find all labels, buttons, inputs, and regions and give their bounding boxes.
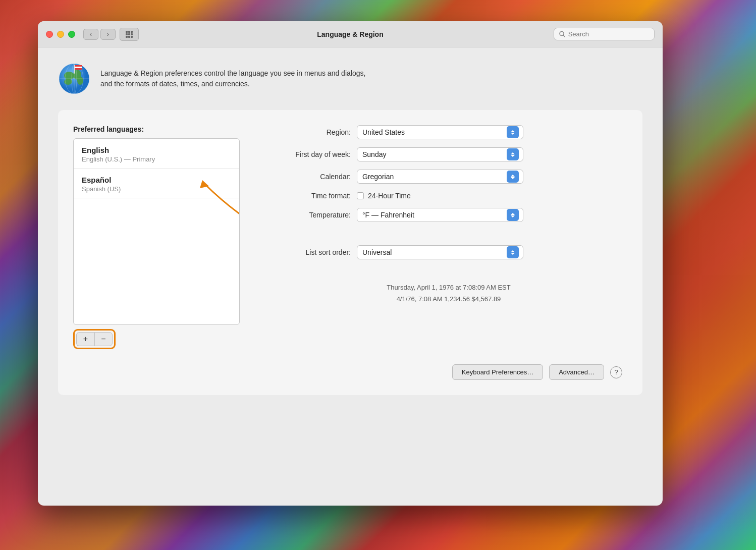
minimize-button[interactable] [57,31,64,38]
bottom-buttons: Keyboard Preferences… Advanced… ? [73,364,627,380]
list-sort-dropdown[interactable]: Universal [357,245,523,259]
svg-rect-2 [131,31,133,33]
first-day-value: Sunday [362,150,386,158]
svg-rect-7 [128,36,130,38]
settings-section: Region: United States First day of week: [270,125,627,305]
svg-point-15 [77,77,83,85]
svg-rect-4 [128,33,130,35]
region-row: Region: United States [270,125,627,139]
remove-language-button[interactable]: − [94,332,113,346]
preview-line1: Thursday, April 1, 1976 at 7:08:09 AM ES… [270,282,627,293]
language-sub-spanish: Spanish (US) [82,185,231,193]
calendar-control: Gregorian [357,170,627,184]
temperature-dropdown[interactable]: °F — Fahrenheit [357,208,523,222]
temperature-label: Temperature: [270,211,351,219]
nav-buttons: ‹ › [83,29,116,40]
temperature-value: °F — Fahrenheit [362,211,414,219]
add-language-button[interactable]: + [76,332,94,346]
time-format-row: Time format: 24-Hour Time [270,192,627,200]
globe-icon [58,63,90,95]
svg-rect-24 [75,67,82,68]
temperature-row: Temperature: °F — Fahrenheit [270,208,627,222]
close-button[interactable] [46,31,53,38]
temperature-dropdown-arrow [507,209,519,221]
forward-button[interactable]: › [100,29,116,40]
calendar-label: Calendar: [270,173,351,181]
svg-line-10 [563,35,565,37]
preferred-label: Preferred languages: [73,125,240,133]
time-format-control: 24-Hour Time [357,192,627,200]
language-item-spanish[interactable]: Español Spanish (US) [74,169,239,198]
keyboard-preferences-button[interactable]: Keyboard Preferences… [452,364,543,380]
first-day-label: First day of week: [270,150,351,158]
window-title: Language & Region [317,30,383,38]
time-format-label: Time format: [270,192,351,200]
maximize-button[interactable] [68,31,75,38]
calendar-dropdown[interactable]: Gregorian [357,170,523,184]
svg-rect-3 [126,33,128,35]
language-section: Preferred languages: English English (U.… [73,125,240,349]
titlebar: ‹ › Language & Region [38,21,663,47]
first-day-row: First day of week: Sunday [270,147,627,161]
search-bar[interactable] [554,28,655,40]
first-day-dropdown[interactable]: Sunday [357,147,523,161]
svg-rect-0 [126,31,128,33]
list-sort-value: Universal [362,248,392,256]
description-text: Language & Region preferences control th… [100,68,365,89]
svg-rect-8 [131,36,133,38]
preview-section: Thursday, April 1, 1976 at 7:08:09 AM ES… [270,282,627,305]
advanced-button[interactable]: Advanced… [549,364,604,380]
svg-rect-25 [75,68,82,70]
svg-rect-5 [131,33,133,35]
window: ‹ › Language & Region [38,21,663,506]
calendar-value: Gregorian [362,173,394,181]
language-item-english[interactable]: English English (U.S.) — Primary [74,139,239,169]
svg-rect-23 [75,65,82,67]
first-day-dropdown-arrow [507,148,519,160]
region-dropdown[interactable]: United States [357,125,523,139]
grid-button[interactable] [120,28,139,41]
list-sort-dropdown-arrow [507,246,519,258]
list-sort-label: List sort order: [270,248,351,256]
language-sub-english: English (U.S.) — Primary [82,155,231,163]
time-format-checkbox-label: 24-Hour Time [368,192,411,200]
time-format-checkbox[interactable] [357,192,364,199]
region-control: United States [357,125,627,139]
region-value: United States [362,128,405,136]
preview-line2: 4/1/76, 7:08 AM 1,234.56 $4,567.89 [270,293,627,305]
list-sort-row: List sort order: Universal [270,245,627,259]
region-label: Region: [270,128,351,136]
time-format-checkbox-row: 24-Hour Time [357,192,627,200]
svg-rect-21 [74,65,75,74]
search-icon [559,31,565,37]
header-section: Language & Region preferences control th… [58,63,642,95]
help-button[interactable]: ? [610,366,622,378]
content-area: Language & Region preferences control th… [38,47,663,506]
calendar-row: Calendar: Gregorian [270,170,627,184]
svg-rect-1 [128,31,130,33]
temperature-control: °F — Fahrenheit [357,208,627,222]
traffic-lights [46,31,75,38]
search-input[interactable] [568,30,649,38]
panel-inner: Preferred languages: English English (U.… [73,125,627,349]
list-sort-control: Universal [357,245,627,259]
lang-controls-wrapper: + − [73,329,116,349]
svg-rect-6 [126,36,128,38]
language-name-spanish: Español [82,176,231,184]
main-panel: Preferred languages: English English (U.… [58,110,642,395]
language-name-english: English [82,146,231,154]
region-dropdown-arrow [507,126,519,138]
back-button[interactable]: ‹ [83,29,98,40]
first-day-control: Sunday [357,147,627,161]
calendar-dropdown-arrow [507,171,519,183]
language-list: English English (U.S.) — Primary Español… [73,138,240,325]
